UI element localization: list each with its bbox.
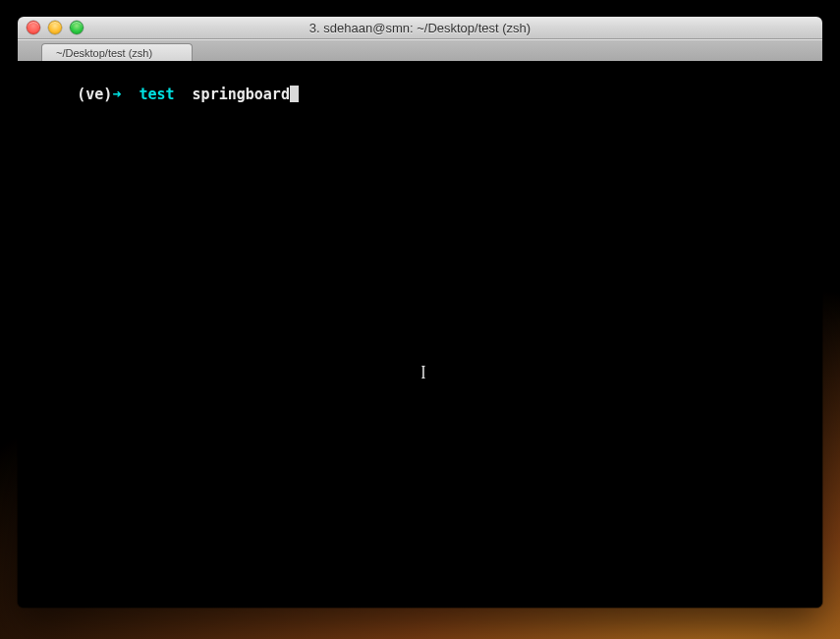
- terminal-window: 3. sdehaan@smn: ~/Desktop/test (zsh) ~/D…: [18, 17, 822, 608]
- tab-label: ~/Desktop/test (zsh): [56, 47, 152, 59]
- desktop-background: 3. sdehaan@smn: ~/Desktop/test (zsh) ~/D…: [0, 0, 840, 639]
- minimize-icon[interactable]: [48, 21, 62, 34]
- tab-strip: ~/Desktop/test (zsh): [18, 39, 822, 61]
- prompt-dir: test: [139, 86, 174, 103]
- titlebar[interactable]: 3. sdehaan@smn: ~/Desktop/test (zsh): [18, 17, 822, 39]
- window-controls: [18, 21, 84, 34]
- ibeam-cursor-icon: I: [421, 364, 426, 381]
- command-text: springboard: [193, 86, 290, 103]
- close-icon[interactable]: [27, 21, 40, 34]
- zoom-icon[interactable]: [70, 21, 84, 34]
- terminal-tab[interactable]: ~/Desktop/test (zsh): [41, 43, 193, 62]
- prompt-arrow-icon: ➜: [112, 86, 121, 103]
- text-cursor: [290, 86, 299, 102]
- terminal-viewport[interactable]: (ve)➜ test springboard I: [18, 61, 822, 608]
- prompt-env: (ve): [77, 86, 112, 103]
- window-title: 3. sdehaan@smn: ~/Desktop/test (zsh): [18, 21, 822, 35]
